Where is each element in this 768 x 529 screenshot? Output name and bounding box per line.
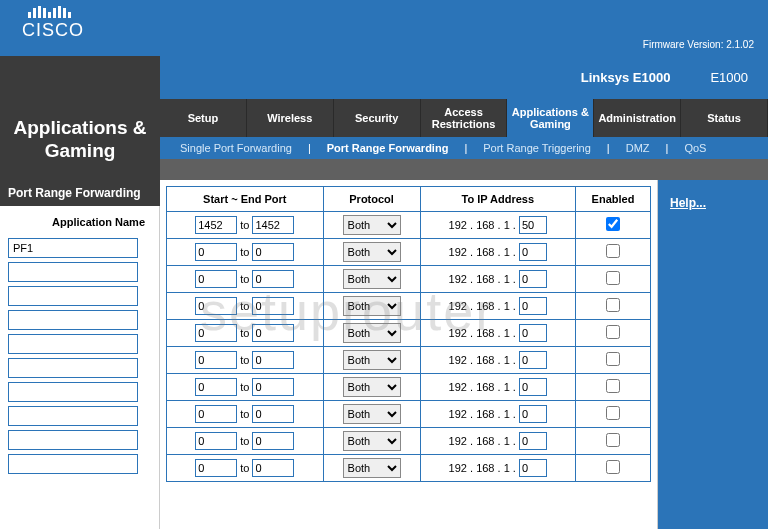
application-name-input[interactable] (8, 358, 138, 378)
to-label: to (237, 246, 252, 258)
to-label: to (237, 408, 252, 420)
table-row: toBoth192 . 168 . 1 . (167, 239, 651, 266)
application-name-input[interactable] (8, 454, 138, 474)
col-protocol: Protocol (323, 187, 420, 212)
start-port-input[interactable] (195, 378, 237, 396)
application-name-header: Application Name (8, 214, 151, 228)
section-title: Port Range Forwarding (0, 180, 160, 206)
protocol-select[interactable]: Both (343, 323, 401, 343)
application-name-input[interactable] (8, 238, 138, 258)
grey-spacer (160, 159, 768, 180)
start-port-input[interactable] (195, 405, 237, 423)
ip-last-octet-input[interactable] (519, 270, 547, 288)
header-left-spacer (0, 56, 160, 99)
firmware-version: Firmware Version: 2.1.02 (643, 39, 754, 50)
end-port-input[interactable] (252, 243, 294, 261)
page-title: Applications & Gaming (0, 99, 160, 180)
start-port-input[interactable] (195, 216, 237, 234)
enabled-checkbox[interactable] (606, 271, 620, 285)
ip-last-octet-input[interactable] (519, 216, 547, 234)
protocol-select[interactable]: Both (343, 215, 401, 235)
table-row: toBoth192 . 168 . 1 . (167, 347, 651, 374)
nav-status[interactable]: Status (681, 99, 768, 137)
sub-nav: Single Port Forwarding | Port Range Forw… (160, 137, 768, 159)
to-label: to (237, 273, 252, 285)
start-port-input[interactable] (195, 459, 237, 477)
start-port-input[interactable] (195, 432, 237, 450)
nav-applications-gaming[interactable]: Applications & Gaming (507, 99, 594, 137)
header-right: Linksys E1000 E1000 (160, 56, 768, 99)
enabled-checkbox[interactable] (606, 379, 620, 393)
ip-prefix: 192 . 168 . 1 . (449, 435, 516, 447)
subnav-port-range-triggering[interactable]: Port Range Triggering (479, 142, 595, 154)
to-label: to (237, 462, 252, 474)
nav-wireless[interactable]: Wireless (247, 99, 334, 137)
application-name-input[interactable] (8, 430, 138, 450)
nav-access-restrictions[interactable]: Access Restrictions (421, 99, 508, 137)
end-port-input[interactable] (252, 324, 294, 342)
end-port-input[interactable] (252, 270, 294, 288)
enabled-checkbox[interactable] (606, 406, 620, 420)
end-port-input[interactable] (252, 432, 294, 450)
application-name-input[interactable] (8, 334, 138, 354)
table-row: toBoth192 . 168 . 1 . (167, 266, 651, 293)
to-label: to (237, 354, 252, 366)
subnav-single-port-forwarding[interactable]: Single Port Forwarding (176, 142, 296, 154)
protocol-select[interactable]: Both (343, 242, 401, 262)
enabled-checkbox[interactable] (606, 460, 620, 474)
ip-last-octet-input[interactable] (519, 297, 547, 315)
ip-last-octet-input[interactable] (519, 351, 547, 369)
start-port-input[interactable] (195, 297, 237, 315)
ip-last-octet-input[interactable] (519, 459, 547, 477)
end-port-input[interactable] (252, 378, 294, 396)
ip-last-octet-input[interactable] (519, 378, 547, 396)
nav-security[interactable]: Security (334, 99, 421, 137)
subnav-qos[interactable]: QoS (680, 142, 710, 154)
ip-prefix: 192 . 168 . 1 . (449, 462, 516, 474)
help-link[interactable]: Help... (670, 196, 756, 210)
enabled-checkbox[interactable] (606, 325, 620, 339)
protocol-select[interactable]: Both (343, 458, 401, 478)
ip-last-octet-input[interactable] (519, 243, 547, 261)
enabled-checkbox[interactable] (606, 244, 620, 258)
ip-prefix: 192 . 168 . 1 . (449, 381, 516, 393)
protocol-select[interactable]: Both (343, 404, 401, 424)
protocol-select[interactable]: Both (343, 350, 401, 370)
application-name-input[interactable] (8, 382, 138, 402)
protocol-select[interactable]: Both (343, 377, 401, 397)
enabled-checkbox[interactable] (606, 298, 620, 312)
protocol-select[interactable]: Both (343, 296, 401, 316)
start-port-input[interactable] (195, 243, 237, 261)
start-port-input[interactable] (195, 324, 237, 342)
end-port-input[interactable] (252, 459, 294, 477)
end-port-input[interactable] (252, 297, 294, 315)
ip-last-octet-input[interactable] (519, 405, 547, 423)
end-port-input[interactable] (252, 405, 294, 423)
enabled-checkbox[interactable] (606, 217, 620, 231)
subnav-port-range-forwarding[interactable]: Port Range Forwarding (323, 142, 453, 154)
start-port-input[interactable] (195, 351, 237, 369)
protocol-select[interactable]: Both (343, 431, 401, 451)
nav-administration[interactable]: Administration (594, 99, 681, 137)
enabled-checkbox[interactable] (606, 433, 620, 447)
to-label: to (237, 300, 252, 312)
ip-last-octet-input[interactable] (519, 324, 547, 342)
end-port-input[interactable] (252, 216, 294, 234)
subnav-dmz[interactable]: DMZ (622, 142, 654, 154)
top-banner: CISCO Firmware Version: 2.1.02 (0, 0, 768, 56)
application-name-input[interactable] (8, 310, 138, 330)
enabled-checkbox[interactable] (606, 352, 620, 366)
application-name-input[interactable] (8, 406, 138, 426)
to-label: to (237, 219, 252, 231)
brand-text: CISCO (22, 20, 84, 41)
application-name-input[interactable] (8, 286, 138, 306)
application-name-input[interactable] (8, 262, 138, 282)
start-port-input[interactable] (195, 270, 237, 288)
middle-column: Start ~ End Port Protocol To IP Address … (160, 180, 658, 529)
ip-last-octet-input[interactable] (519, 432, 547, 450)
end-port-input[interactable] (252, 351, 294, 369)
table-row: toBoth192 . 168 . 1 . (167, 293, 651, 320)
protocol-select[interactable]: Both (343, 269, 401, 289)
to-label: to (237, 381, 252, 393)
nav-setup[interactable]: Setup (160, 99, 247, 137)
